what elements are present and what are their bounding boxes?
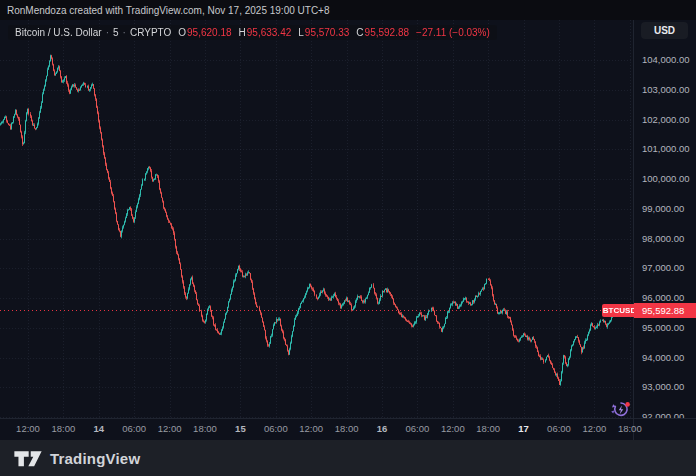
time-tick-label: 06:00 (406, 423, 430, 434)
price-tick-label: 104,000.00 (642, 54, 690, 66)
time-tick-label: 18:00 (193, 423, 217, 434)
price-tick-label: 95,000.00 (642, 322, 684, 334)
price-axis[interactable]: USD 95,592.88 104,000.00103,000.00102,00… (633, 20, 696, 418)
price-tick-label: 101,000.00 (642, 143, 690, 155)
price-tick-label: 103,000.00 (642, 84, 690, 96)
time-tick-label: 18:00 (618, 423, 642, 434)
time-tick-label: 18:00 (52, 423, 76, 434)
time-tick-label: 06:00 (547, 423, 571, 434)
btcusd-price-flag: BTCUSD (602, 304, 637, 317)
time-tick-label: 17 (518, 423, 529, 434)
price-tick-label: 102,000.00 (642, 114, 690, 126)
tradingview-wordmark: TradingView (50, 450, 140, 467)
time-tick-label: 12:00 (299, 423, 323, 434)
time-tick-label: 12:00 (16, 423, 40, 434)
time-tick-label: 18:00 (335, 423, 359, 434)
last-price-label: 95,592.88 (634, 303, 696, 318)
price-tick-label: 94,000.00 (642, 352, 684, 364)
time-tick-label: 06:00 (264, 423, 288, 434)
interval-label: 5 (113, 27, 119, 38)
realtime-refresh-icon[interactable] (610, 400, 632, 420)
price-tick-label: 93,000.00 (642, 381, 684, 393)
price-change: −27.11 (−0.03%) (416, 27, 490, 38)
time-axis[interactable]: 12:0018:001406:0012:0018:001506:0012:001… (0, 418, 696, 440)
legend-separator: · (123, 27, 126, 38)
time-tick-label: 12:00 (583, 423, 607, 434)
symbol-title: Bitcoin / U.S. Dollar (15, 27, 102, 38)
candlestick-chart[interactable] (0, 20, 633, 418)
exchange-label: CRYPTO (130, 27, 171, 38)
attribution-text: RonMendoza created with TradingView.com,… (7, 5, 330, 16)
tradingview-footer[interactable]: TradingView (0, 440, 696, 476)
time-tick-label: 12:00 (158, 423, 182, 434)
attribution-bar: RonMendoza created with TradingView.com,… (0, 0, 696, 20)
price-tick-label: 97,000.00 (642, 262, 684, 274)
price-tick-label: 100,000.00 (642, 173, 690, 185)
ohlc-close: C95,592.88 (356, 27, 409, 38)
time-tick-label: 12:00 (441, 423, 465, 434)
time-tick-label: 15 (235, 423, 246, 434)
legend-separator: · (106, 27, 109, 38)
tradingview-chart-window: RonMendoza created with TradingView.com,… (0, 0, 696, 476)
ohlc-open: O95,620.18 (178, 27, 231, 38)
symbol-legend[interactable]: Bitcoin / U.S. Dollar · 5 · CRYPTO O95,6… (8, 25, 497, 40)
tradingview-logo-icon (13, 448, 43, 468)
chart-area[interactable]: Bitcoin / U.S. Dollar · 5 · CRYPTO O95,6… (0, 20, 633, 418)
ohlc-low: L95,570.33 (298, 27, 349, 38)
price-tick-label: 98,000.00 (642, 233, 684, 245)
currency-usd-button[interactable]: USD (641, 22, 688, 39)
time-tick-label: 14 (94, 423, 105, 434)
price-tick-label: 99,000.00 (642, 203, 684, 215)
time-tick-label: 18:00 (476, 423, 500, 434)
ohlc-high: H95,633.42 (239, 27, 292, 38)
time-tick-label: 06:00 (122, 423, 146, 434)
time-tick-label: 16 (377, 423, 388, 434)
